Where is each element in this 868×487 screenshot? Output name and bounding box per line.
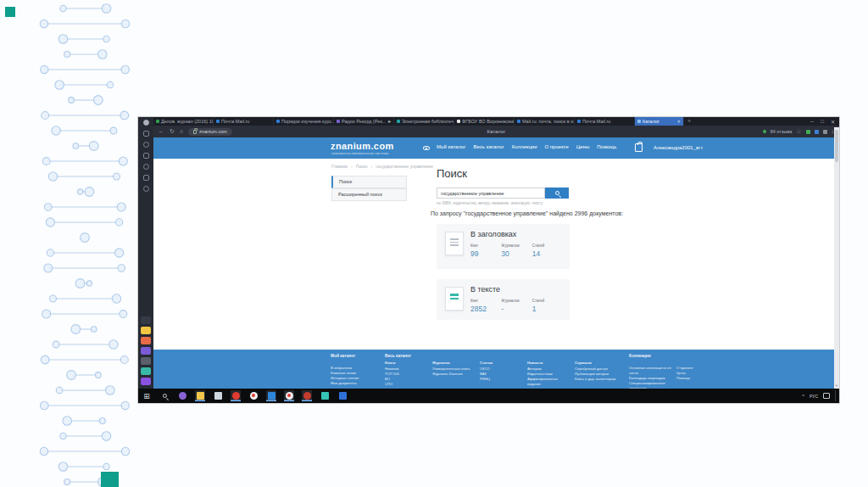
notifications-bell-icon[interactable]	[143, 131, 149, 137]
yandex-disk-app-icon[interactable]	[141, 327, 151, 334]
browser-tab[interactable]: Электронная библиотечн...	[394, 117, 454, 126]
recent-app-icon[interactable]	[141, 316, 151, 324]
stat-value-link[interactable]: -	[501, 305, 531, 313]
tray-chevron-icon[interactable]: ^	[802, 394, 804, 399]
footer-column-title[interactable]: Сервисы	[575, 361, 617, 365]
visibility-eye-icon[interactable]	[423, 146, 430, 150]
downloads-icon[interactable]: ↓	[832, 126, 835, 137]
footer-group-title[interactable]: Весь каталог	[385, 354, 617, 358]
minimize-button[interactable]: ─	[810, 119, 814, 124]
search-button[interactable]	[545, 188, 569, 199]
close-button[interactable]: ✕	[831, 119, 835, 125]
language-indicator[interactable]: РУС	[810, 394, 818, 399]
sidebar-item-search[interactable]: Поиск	[331, 176, 407, 188]
footer-link[interactable]: СПО	[385, 382, 427, 387]
home-icon[interactable]: ⌂	[180, 126, 183, 137]
extension-adblock-icon[interactable]	[806, 130, 810, 134]
mail-app-icon[interactable]	[141, 337, 151, 344]
nav-my-catalog[interactable]: Мой каталог	[437, 144, 466, 149]
browser-tab[interactable]: Почта Mail.ru	[575, 117, 635, 126]
footer-link[interactable]: Специализированные коллекции	[629, 381, 671, 389]
taskbar-search-button[interactable]	[159, 390, 170, 401]
footer-link[interactable]: РИНЦ	[480, 377, 522, 382]
teal-app-icon[interactable]	[320, 390, 330, 401]
browser-tab[interactable]: Каталог✕	[635, 117, 684, 126]
contacts-app-icon[interactable]	[266, 390, 276, 401]
stat-value-link[interactable]: 14	[532, 249, 563, 258]
search-input[interactable]	[437, 188, 545, 199]
nav-full-catalog[interactable]: Весь каталог	[474, 144, 504, 149]
back-icon[interactable]: ←	[159, 126, 164, 137]
footer-column-title[interactable]: Журналы	[432, 361, 475, 365]
stat-value-link[interactable]: 2852	[470, 305, 501, 313]
notification-center-icon[interactable]	[823, 393, 830, 399]
history-clock-icon[interactable]	[143, 142, 149, 148]
profile-icon[interactable]	[143, 120, 149, 126]
browser-tab[interactable]: Делов. журнал (2016) 10	[153, 117, 214, 126]
reviews-badge[interactable]: 84 отзыва	[771, 129, 793, 134]
nav-collections[interactable]: Коллекции	[512, 144, 537, 149]
extension-gray-icon[interactable]	[823, 130, 827, 134]
browser-tab[interactable]: ФГБОУ ВО Воронежский...	[454, 117, 515, 126]
extension-blue-icon[interactable]	[815, 130, 819, 134]
yandex-browser-icon[interactable]	[284, 390, 294, 401]
cortana-icon[interactable]	[177, 390, 187, 401]
player-app-icon[interactable]	[141, 378, 151, 385]
more-apps-icon[interactable]	[141, 357, 151, 365]
sidebar-item-advanced-search[interactable]: Расширенный поиск	[331, 188, 407, 201]
footer-column-title[interactable]: Статьи	[480, 361, 522, 365]
messenger-icon[interactable]	[143, 175, 149, 181]
stat-value-link[interactable]: 1	[532, 305, 563, 313]
maximize-button[interactable]: □	[821, 119, 824, 124]
show-desktop-button[interactable]	[835, 390, 837, 401]
browser-tab[interactable]: Почта Mail.ru	[214, 117, 274, 126]
stat-value-link[interactable]: 99	[470, 249, 501, 258]
address-bar[interactable]: znanium.com	[188, 128, 232, 136]
tab-close-icon[interactable]: ✕	[677, 119, 681, 124]
nav-about[interactable]: О проекте	[545, 144, 569, 149]
nav-help[interactable]: Помощь	[597, 144, 616, 149]
footer-column-title[interactable]: Новости	[527, 361, 570, 365]
footer-link[interactable]: Аффилированные издания	[527, 377, 570, 387]
footer-link[interactable]: Журналы Znanium	[432, 372, 475, 377]
footer-link[interactable]: Помощь	[676, 376, 719, 381]
red-circle-app-icon[interactable]	[302, 390, 312, 401]
start-button[interactable]: ⊞	[142, 390, 152, 401]
breadcrumb-home[interactable]: Главная	[331, 164, 348, 169]
bookmarks-star-icon[interactable]	[143, 153, 149, 159]
footer-column-title[interactable]: Книги	[385, 361, 427, 365]
footer-group-title[interactable]: Мой каталог	[331, 354, 373, 358]
scrollbar-thumb[interactable]	[835, 130, 838, 162]
scrollbar-down-arrow[interactable]: ▼	[834, 383, 839, 389]
bookmark-star-icon[interactable]: ☆	[796, 126, 801, 137]
refresh-icon[interactable]: ↻	[170, 126, 175, 137]
music-app-icon[interactable]	[141, 347, 151, 355]
collections-box-icon[interactable]	[143, 164, 149, 170]
cart-icon[interactable]	[635, 143, 643, 152]
footer-column-title[interactable]	[676, 361, 719, 364]
nav-prices[interactable]: Цены	[576, 144, 589, 149]
result-card-titles[interactable]: В заголовках Книг 99 Журналов 30 Статей …	[437, 224, 570, 269]
site-logo[interactable]: znanium.com	[331, 141, 394, 151]
blue-app-icon[interactable]	[337, 390, 348, 401]
breadcrumb-search[interactable]: Поиск	[351, 164, 368, 169]
stat-value-link[interactable]: 30	[501, 249, 531, 258]
footer-link[interactable]: Основная коллекция и её части	[629, 366, 671, 376]
add-service-icon[interactable]	[143, 186, 149, 192]
user-account[interactable]: Александра2001_вгт	[654, 145, 703, 150]
footer-column-title[interactable]	[629, 361, 671, 364]
photos-app-icon[interactable]	[213, 390, 223, 401]
browser-tab[interactable]: Порядок изучения курс...	[274, 117, 334, 126]
footer-link[interactable]: Мои документы	[331, 381, 373, 386]
footer-column-title[interactable]	[331, 361, 373, 364]
result-card-text[interactable]: В тексте Книг 2852 Журналов - Статей 1	[437, 279, 570, 320]
browser-tab[interactable]: Радио Рекорд (Рек... ►	[334, 117, 394, 126]
browser-tab[interactable]: Mail.ru: почта, поиск в и...	[515, 117, 575, 126]
footer-group-title[interactable]: Коллекции	[629, 354, 719, 358]
telemost-app-icon[interactable]	[141, 367, 151, 375]
music-red-app-icon[interactable]	[231, 390, 241, 401]
file-explorer-icon[interactable]	[195, 390, 205, 401]
footer-link[interactable]: Книга в дар, волонтерам	[575, 377, 617, 382]
opera-browser-icon[interactable]	[248, 390, 259, 401]
new-tab-button[interactable]: +	[684, 117, 694, 126]
